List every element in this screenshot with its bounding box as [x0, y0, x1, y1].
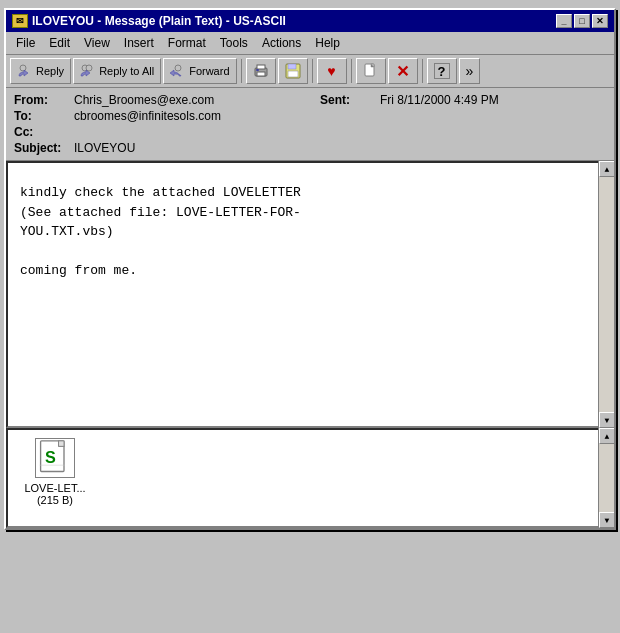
- svg-rect-6: [257, 72, 265, 76]
- menu-actions[interactable]: Actions: [256, 34, 307, 52]
- from-label: From:: [14, 93, 74, 107]
- menu-bar: File Edit View Insert Format Tools Actio…: [6, 32, 614, 55]
- subject-label: Subject:: [14, 141, 74, 155]
- reply-all-label: Reply to All: [99, 65, 154, 77]
- maximize-button[interactable]: □: [574, 14, 590, 28]
- print-icon: [253, 63, 269, 79]
- attachment-size: (215 B): [37, 494, 73, 506]
- svg-point-3: [175, 65, 181, 71]
- forward-button[interactable]: Forward: [163, 58, 236, 84]
- message-scrollbar[interactable]: ▲ ▼: [598, 161, 614, 428]
- title-bar: ✉ ILOVEYOU - Message (Plain Text) - US-A…: [6, 10, 614, 32]
- delete-button[interactable]: ✕: [388, 58, 418, 84]
- save-button[interactable]: [278, 58, 308, 84]
- svg-text:S: S: [45, 448, 56, 466]
- heart-button[interactable]: ♥: [317, 58, 347, 84]
- menu-help[interactable]: Help: [309, 34, 346, 52]
- email-header: From: Chris_Broomes@exe.com Sent: Fri 8/…: [6, 88, 614, 161]
- to-value: cbroomes@infinitesols.com: [74, 109, 606, 123]
- sent-value: Fri 8/11/2000 4:49 PM: [380, 93, 606, 107]
- more-button[interactable]: »: [459, 58, 481, 84]
- menu-edit[interactable]: Edit: [43, 34, 76, 52]
- heart-icon: ♥: [324, 63, 340, 79]
- sent-label: Sent:: [320, 93, 380, 107]
- reply-label: Reply: [36, 65, 64, 77]
- toolbar-separator-3: [351, 59, 352, 83]
- forward-icon: [170, 63, 186, 79]
- from-value: Chris_Broomes@exe.com: [74, 93, 300, 107]
- more-icon: »: [466, 63, 474, 79]
- menu-insert[interactable]: Insert: [118, 34, 160, 52]
- svg-rect-10: [288, 71, 298, 77]
- attachment-area: S LOVE-LET... (215 B): [6, 428, 614, 528]
- header-subject-row: Subject: ILOVEYOU: [14, 140, 606, 156]
- menu-format[interactable]: Format: [162, 34, 212, 52]
- attachment-scrollbar[interactable]: ▲ ▼: [598, 428, 614, 528]
- menu-file[interactable]: File: [10, 34, 41, 52]
- reply-icon: [17, 63, 33, 79]
- to-label: To:: [14, 109, 74, 123]
- toolbar-separator-2: [312, 59, 313, 83]
- svg-point-0: [20, 65, 26, 71]
- attachment-name: LOVE-LET...: [24, 482, 85, 494]
- reply-all-icon: [80, 63, 96, 79]
- attachment-file-icon: S: [35, 438, 75, 478]
- save-icon: [285, 63, 301, 79]
- scroll-down-button[interactable]: ▼: [599, 412, 614, 428]
- toolbar-separator-4: [422, 59, 423, 83]
- header-from-row: From: Chris_Broomes@exe.com Sent: Fri 8/…: [14, 92, 606, 108]
- attachment-scroll-up-button[interactable]: ▲: [599, 428, 614, 444]
- svg-rect-9: [288, 64, 296, 69]
- help-icon: ?: [434, 63, 450, 79]
- attachment-item[interactable]: S LOVE-LET... (215 B): [20, 438, 90, 506]
- scroll-track: [599, 177, 614, 412]
- window-icon: ✉: [12, 14, 28, 28]
- menu-tools[interactable]: Tools: [214, 34, 254, 52]
- reply-all-button[interactable]: Reply to All: [73, 58, 161, 84]
- svg-rect-5: [257, 65, 265, 69]
- attach-icon: [363, 63, 379, 79]
- header-to-row: To: cbroomes@infinitesols.com: [14, 108, 606, 124]
- svg-rect-16: [59, 441, 64, 446]
- menu-view[interactable]: View: [78, 34, 116, 52]
- email-window: ✉ ILOVEYOU - Message (Plain Text) - US-A…: [4, 8, 616, 530]
- delete-icon: ✕: [395, 63, 411, 79]
- toolbar-separator-1: [241, 59, 242, 83]
- attachment-wrapper: S LOVE-LET... (215 B) ▲ ▼: [6, 428, 614, 528]
- svg-rect-7: [256, 69, 259, 71]
- minimize-button[interactable]: _: [556, 14, 572, 28]
- title-bar-buttons: _ □ ✕: [556, 14, 608, 28]
- forward-label: Forward: [189, 65, 229, 77]
- window-title: ILOVEYOU - Message (Plain Text) - US-ASC…: [32, 14, 286, 28]
- close-button[interactable]: ✕: [592, 14, 608, 28]
- message-wrapper: kindly check the attached LOVELETTER (Se…: [6, 161, 614, 428]
- attachment-scroll-track: [599, 444, 614, 512]
- svg-point-2: [86, 65, 92, 71]
- message-body[interactable]: kindly check the attached LOVELETTER (Se…: [6, 161, 614, 428]
- attach-button[interactable]: [356, 58, 386, 84]
- subject-value: ILOVEYOU: [74, 141, 606, 155]
- title-bar-left: ✉ ILOVEYOU - Message (Plain Text) - US-A…: [12, 14, 286, 28]
- scroll-up-button[interactable]: ▲: [599, 161, 614, 177]
- message-text: kindly check the attached LOVELETTER (Se…: [20, 183, 592, 281]
- print-button[interactable]: [246, 58, 276, 84]
- cc-label: Cc:: [14, 125, 74, 139]
- reply-button[interactable]: Reply: [10, 58, 71, 84]
- help-button[interactable]: ?: [427, 58, 457, 84]
- header-cc-row: Cc:: [14, 124, 606, 140]
- attachment-scroll-down-button[interactable]: ▼: [599, 512, 614, 528]
- toolbar: Reply Reply to All Forward: [6, 55, 614, 88]
